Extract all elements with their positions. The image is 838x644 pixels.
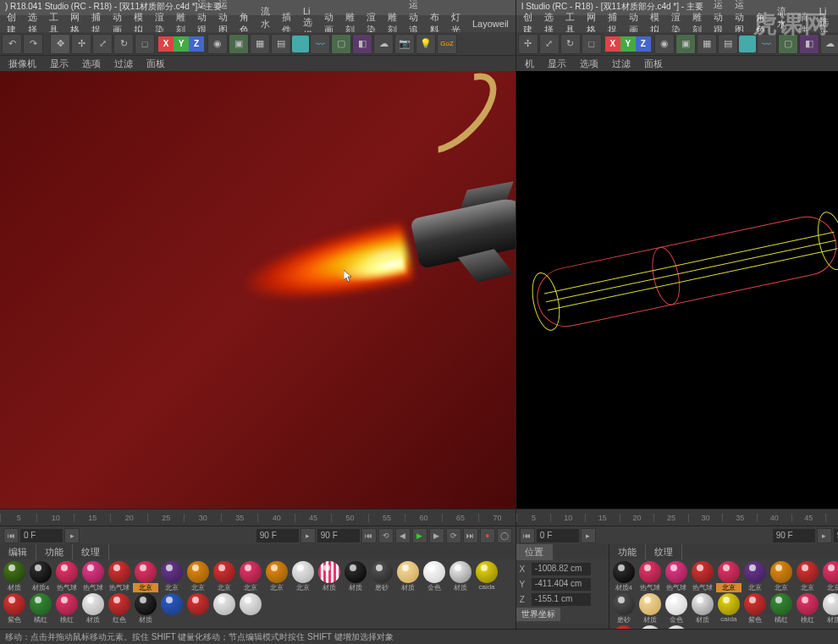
submenu-item[interactable]: 机 <box>520 58 539 70</box>
axis-x-toggle[interactable]: X <box>158 36 174 52</box>
tab-position[interactable]: 位置 <box>516 544 553 560</box>
material-item[interactable]: 北京 <box>238 561 263 592</box>
range-end-button[interactable]: ▸ <box>64 528 80 543</box>
prev-key-button[interactable]: ⟲ <box>378 528 394 543</box>
recent-tool[interactable]: □ <box>135 34 155 54</box>
material-item[interactable]: 红色 <box>107 593 132 625</box>
current-frame-field-r[interactable]: 90 F <box>834 529 838 542</box>
tab-function[interactable]: 功能 <box>36 544 73 560</box>
material-item[interactable]: 热气球 <box>54 561 80 592</box>
next-frame-button[interactable]: ▶ <box>429 528 444 543</box>
material-item[interactable]: 北京 <box>716 561 742 592</box>
material-item[interactable]: 材质 <box>133 593 158 625</box>
render-queue-button[interactable]: ▤ <box>271 34 291 54</box>
right-viewport[interactable] <box>516 71 838 509</box>
tab-function-r[interactable]: 功能 <box>609 544 646 560</box>
range-end-button-r[interactable]: ▸ <box>581 528 596 543</box>
material-item[interactable]: 材质 <box>821 593 838 625</box>
submenu-item[interactable]: 过滤 <box>109 58 138 70</box>
material-item[interactable]: 北京 <box>185 561 211 592</box>
material-item[interactable] <box>212 593 237 625</box>
goto-end-button-r[interactable]: ▸ <box>817 528 832 543</box>
left-viewport[interactable] <box>0 71 515 509</box>
end-frame-field-r[interactable]: 90 F <box>773 529 815 542</box>
submenu-item[interactable]: 选项 <box>77 58 106 70</box>
material-item[interactable]: 材质4 <box>611 561 637 592</box>
material-item[interactable]: 热气球 <box>107 561 132 592</box>
material-item[interactable]: 金色 <box>664 593 689 625</box>
next-key-button[interactable]: ⟳ <box>446 528 461 543</box>
material-item[interactable]: 材质4 <box>28 561 53 592</box>
axis-x-toggle-r[interactable]: X <box>605 36 620 52</box>
light-button[interactable]: 💡 <box>416 34 436 54</box>
recent-tool-r[interactable]: □ <box>582 34 602 54</box>
submenu-item[interactable]: 面板 <box>639 58 668 70</box>
material-item[interactable]: 北京 <box>742 561 768 592</box>
deformer-button[interactable]: ◧ <box>352 34 372 54</box>
left-timeline[interactable]: 510152025303540455055606570 <box>0 509 515 526</box>
material-item[interactable]: 桃红 <box>54 593 80 625</box>
axis-z-toggle[interactable]: Z <box>189 36 204 52</box>
submenu-item[interactable]: 过滤 <box>607 58 636 70</box>
play-button[interactable]: ▶ <box>412 528 427 543</box>
world-coord-button[interactable]: 世界坐标 <box>516 608 560 621</box>
camera-button[interactable]: 📷 <box>394 34 415 54</box>
record-button[interactable]: ● <box>480 528 495 543</box>
scale-tool-r[interactable]: ⤢ <box>539 34 560 54</box>
material-item[interactable]: 材质 <box>690 593 715 625</box>
material-item[interactable]: 北京 <box>159 561 185 592</box>
environment-button[interactable]: ☁ <box>373 34 394 54</box>
end-frame-field[interactable]: 90 F <box>256 529 299 542</box>
axis-y-toggle-r[interactable]: Y <box>620 36 636 52</box>
material-item[interactable]: caida <box>716 593 742 625</box>
tab-edit[interactable]: 编辑 <box>0 544 36 560</box>
submenu-item[interactable]: 选项 <box>575 58 604 70</box>
material-item[interactable]: 北京 <box>133 561 158 592</box>
goz-button[interactable]: GoZ <box>437 34 457 54</box>
tab-texture-r[interactable]: 纹理 <box>646 544 682 560</box>
submenu-item[interactable]: 显示 <box>543 58 571 70</box>
axis-z-toggle-r[interactable]: Z <box>636 36 651 52</box>
material-item[interactable] <box>159 593 185 625</box>
render-view-button[interactable]: ▣ <box>229 34 249 54</box>
prev-frame-button[interactable]: ◀ <box>395 528 411 543</box>
material-item[interactable] <box>185 593 211 625</box>
material-item[interactable]: 橘红 <box>769 593 794 625</box>
material-item[interactable]: 材质 <box>343 561 368 592</box>
material-item[interactable]: 热气球 <box>690 561 715 592</box>
autokey-button[interactable]: ◯ <box>497 528 512 543</box>
current-frame-field[interactable]: 90 F <box>317 529 360 542</box>
material-item[interactable]: 热气球 <box>664 561 689 592</box>
undo-button[interactable]: ↶ <box>2 34 22 54</box>
move-tool[interactable]: ✢ <box>71 34 91 54</box>
last-frame-button[interactable]: ⏭ <box>463 528 478 543</box>
submenu-item[interactable]: 摄像机 <box>3 58 41 70</box>
material-item[interactable]: 磨砂 <box>611 593 637 625</box>
first-frame-button[interactable]: ⏮ <box>361 528 377 543</box>
axis-y-toggle[interactable]: Y <box>174 36 189 52</box>
material-item[interactable]: 北京 <box>769 561 794 592</box>
coord-system-button[interactable]: ◉ <box>207 34 228 54</box>
redo-button[interactable]: ↷ <box>23 34 43 54</box>
submenu-item[interactable]: 面板 <box>141 58 170 70</box>
generator-button[interactable]: ▢ <box>331 34 351 54</box>
material-item[interactable]: 北京 <box>795 561 820 592</box>
coord-x-field[interactable]: -1008.82 cm <box>532 563 591 575</box>
material-item[interactable]: 北京 <box>821 561 838 592</box>
start-frame-field[interactable]: 0 F <box>20 529 63 542</box>
coord-z-field[interactable]: -155.1 cm <box>532 593 591 606</box>
submenu-item[interactable]: 显示 <box>45 58 74 70</box>
material-item[interactable]: 材质 <box>2 561 27 592</box>
tab-texture[interactable]: 纹理 <box>73 544 109 560</box>
material-item[interactable]: 材质 <box>80 593 106 625</box>
material-item[interactable]: 北京 <box>264 561 289 592</box>
render-view-button-r[interactable]: ▣ <box>675 34 696 54</box>
menu-item[interactable]: Layoweil <box>467 17 514 30</box>
goto-start-button-r[interactable]: ⏮ <box>520 528 535 543</box>
start-frame-field-r[interactable]: 0 F <box>537 529 579 542</box>
material-item[interactable]: 紫色 <box>742 593 768 625</box>
scale-tool[interactable]: ⤢ <box>92 34 113 54</box>
move-tool-r[interactable]: ✢ <box>518 34 538 54</box>
render-settings-button-r[interactable]: ▦ <box>697 34 717 54</box>
material-item[interactable]: 北京 <box>290 561 316 592</box>
